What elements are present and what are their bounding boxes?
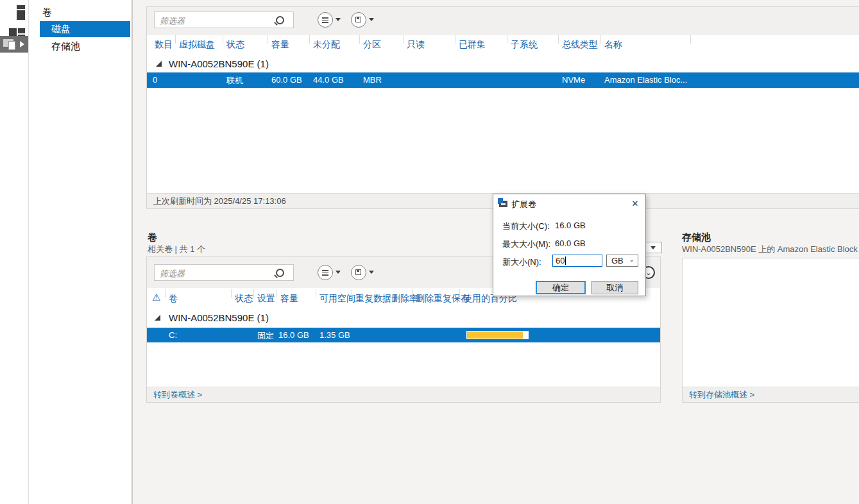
sidebar-separator [132, 0, 133, 504]
last-refresh-text: 上次刷新时间为 2025/4/25 17:13:06 [153, 196, 286, 207]
disk-unallocated: 44.0 GB [313, 75, 344, 85]
current-size-label: 当前大小(C): [502, 221, 550, 232]
disk-number: 0 [153, 75, 157, 85]
sidebar-item-label: 磁盘 [51, 23, 71, 35]
disk-name: Amazon Elastic Bloc... [604, 75, 687, 85]
file-storage-services-nav-item[interactable] [0, 36, 28, 53]
save-query-dropdown-icon[interactable] [369, 271, 374, 274]
column-header-bus-type[interactable]: 总线类型 [562, 39, 598, 51]
disk-group-label[interactable]: WIN-A0052BN590E (1) [169, 58, 269, 69]
save-query-button[interactable] [351, 265, 366, 280]
group-expander-icon[interactable] [156, 61, 162, 67]
server-manager-icon [498, 198, 508, 207]
column-header-status[interactable]: 状态 [235, 293, 253, 305]
view-options-button[interactable] [318, 265, 333, 280]
search-icon [276, 16, 284, 24]
sidebar-item-volumes[interactable]: 卷 [42, 6, 52, 19]
volumes-footer: 转到卷概述 > [147, 387, 660, 402]
volumes-tile-title: 卷 [148, 231, 157, 244]
column-header-volume[interactable]: 卷 [169, 293, 178, 305]
list-icon [322, 17, 328, 24]
column-header-virtual-disk[interactable]: 虚拟磁盘 [179, 39, 215, 51]
column-header-capacity[interactable]: 容量 [280, 293, 298, 305]
column-header-readonly[interactable]: 只读 [407, 39, 425, 51]
column-header-status[interactable]: 状态 [226, 39, 244, 51]
column-header-name[interactable]: 名称 [604, 39, 622, 51]
new-size-label: 新大小(N): [502, 256, 541, 268]
new-size-value: 60 [556, 256, 565, 265]
pools-footer: 转到存储池概述 > [683, 387, 859, 402]
column-header-setting[interactable]: 设置 [257, 293, 275, 305]
column-header-partition[interactable]: 分区 [363, 39, 381, 51]
search-icon [276, 269, 284, 277]
usage-bar-fill [467, 332, 523, 339]
pools-tile-title: 存储池 [682, 231, 711, 244]
view-options-button[interactable] [318, 12, 333, 28]
save-icon [355, 269, 361, 275]
column-header-clustered[interactable]: 已群集 [459, 39, 486, 51]
dashboard-icon[interactable] [17, 5, 25, 20]
nav-icon-strip [0, 0, 29, 504]
unit-select[interactable]: GB ⌄ [606, 255, 638, 267]
save-query-dropdown-icon[interactable] [369, 18, 374, 21]
disk-status: 联机 [226, 75, 243, 87]
column-header-free-space[interactable]: 可用空间 [319, 293, 355, 305]
warning-icon[interactable]: ⚠ [152, 292, 160, 303]
ok-button[interactable]: 确定 [536, 281, 586, 294]
save-query-button[interactable] [351, 12, 366, 28]
max-size-value: 60.0 GB [555, 239, 586, 248]
disks-header-row: 数目 虚拟磁盘 状态 容量 未分配 分区 只读 已群集 子系统 总线类型 名称 [147, 35, 859, 55]
column-header-dedup-rate[interactable]: 重复数据删除率 [355, 293, 418, 305]
unit-value: GB [611, 256, 624, 265]
view-options-dropdown-icon[interactable] [336, 18, 341, 21]
disks-panel: 数目 虚拟磁盘 状态 容量 未分配 分区 只读 已群集 子系统 总线类型 名称 … [146, 6, 859, 209]
volumes-filter-input[interactable] [158, 265, 276, 281]
list-icon [322, 270, 328, 277]
disk-bus-type: NVMe [562, 75, 585, 85]
current-size-value: 16.0 GB [555, 221, 586, 230]
volume-capacity: 16.0 GB [278, 330, 309, 340]
volume-group-label[interactable]: WIN-A0052BN590E (1) [169, 312, 269, 323]
go-to-volumes-overview-link[interactable]: 转到卷概述 > [153, 389, 202, 401]
disks-filter-box [154, 12, 294, 28]
storage-pools-panel: 转到存储池概述 > [682, 258, 859, 403]
disks-toolbar [147, 7, 859, 36]
new-size-input[interactable]: 60 [552, 255, 602, 267]
text-caret [565, 256, 566, 265]
volume-free-space: 1.35 GB [319, 330, 350, 340]
group-expander-icon[interactable] [155, 315, 160, 321]
view-options-dropdown-icon[interactable] [336, 271, 341, 274]
volumes-filter-box [154, 264, 294, 281]
max-size-label: 最大大小(M): [502, 239, 550, 250]
column-header-unallocated[interactable]: 未分配 [313, 39, 340, 51]
usage-bar [466, 331, 529, 339]
sidebar-item-storage-pools[interactable]: 存储池 [51, 40, 80, 53]
tasks-dropdown-arrow-icon [651, 246, 656, 249]
disks-filter-input[interactable] [158, 13, 276, 28]
sidebar-item-disks[interactable]: 磁盘 [40, 21, 130, 37]
extend-volume-dialog: 扩展卷 ✕ 当前大小(C): 16.0 GB 最大大小(M): 60.0 GB … [493, 194, 646, 296]
column-header-capacity[interactable]: 容量 [271, 39, 289, 51]
volumes-tile-subtitle: 相关卷 | 共 1 个 [148, 244, 205, 255]
tasks-dropdown-button[interactable] [644, 242, 662, 253]
volume-letter: C: [169, 330, 177, 340]
dialog-title: 扩展卷 [511, 199, 536, 210]
pools-tile-subtitle: WIN-A0052BN590E 上的 Amazon Elastic Block … [682, 244, 859, 255]
flyout-arrow-icon [20, 41, 24, 47]
chevron-down-icon: ⌄ [629, 256, 634, 263]
save-icon [355, 17, 361, 22]
close-icon[interactable]: ✕ [629, 197, 642, 209]
column-header-dedup-saved[interactable]: 删除重复保存 [416, 293, 470, 305]
disk-row[interactable]: 0 联机 60.0 GB 44.0 GB MBR NVMe Amazon Ela… [147, 72, 859, 88]
column-header-subsystem[interactable]: 子系统 [511, 39, 538, 51]
disk-partition: MBR [363, 75, 382, 85]
page-icon [8, 41, 15, 50]
volume-row[interactable]: C: 固定 16.0 GB 1.35 GB [147, 328, 660, 342]
volume-setting: 固定 [257, 330, 274, 342]
column-header-number[interactable]: 数目 [155, 39, 173, 51]
server-manager-window: 卷 磁盘 存储池 数目 虚拟磁盘 状态 容量 未分配 分区 [0, 0, 859, 504]
cancel-button[interactable]: 取消 [591, 281, 638, 294]
disk-capacity: 60.0 GB [271, 75, 302, 85]
go-to-storage-pools-overview-link[interactable]: 转到存储池概述 > [689, 389, 754, 401]
